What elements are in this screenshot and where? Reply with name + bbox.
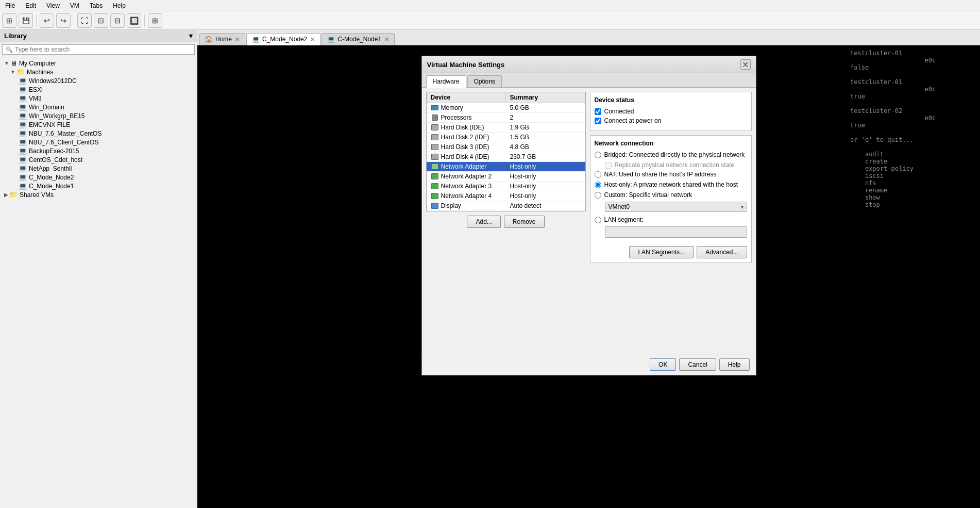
sidebar-item-vm3[interactable]: 💻 VM3 <box>0 94 197 103</box>
device-row-hdd1[interactable]: Hard Disk (IDE) 1.9 GB <box>427 123 585 133</box>
toolbar-undo-btn[interactable]: ↩ <box>40 13 54 28</box>
search-input[interactable] <box>15 46 191 53</box>
custom-label: Custom: Specific virtual network <box>604 191 692 199</box>
device-col-device: Device <box>427 92 506 103</box>
tab-cmode-node2[interactable]: 💻 C_Mode_Node2 ✕ <box>246 33 320 45</box>
menu-vm[interactable]: VM <box>67 1 82 10</box>
tab-home[interactable]: 🏠 Home ✕ <box>199 33 245 45</box>
menubar: File Edit View VM Tabs Help <box>0 0 980 11</box>
host-only-row: Host-only: A private network shared with… <box>595 181 747 188</box>
device-cell-processors-name: Processors <box>427 113 506 122</box>
menu-view[interactable]: View <box>43 1 63 10</box>
device-cell-display-val: Auto detect <box>506 201 585 210</box>
toolbar-btn-6[interactable]: ⊟ <box>110 13 125 28</box>
sidebar-item-centos-cdot[interactable]: 💻 CentOS_Cdot_host <box>0 155 197 164</box>
vm-icon: 💻 <box>19 165 27 172</box>
add-button[interactable]: Add... <box>467 216 500 228</box>
remove-button[interactable]: Remove <box>504 216 545 228</box>
tab-cmode-node1[interactable]: 💻 C-Mode_Node1 ✕ <box>322 33 395 45</box>
device-row-display[interactable]: Display Auto detect <box>427 201 585 211</box>
toolbar-btn-2[interactable]: 💾 <box>19 13 33 28</box>
toolbar-fullscreen-btn[interactable]: ⛶ <box>77 13 92 28</box>
device-cell-display-name: Display <box>427 201 506 210</box>
sidebar-item-cmode-node2[interactable]: 💻 C_Mode_Node2 <box>0 173 197 182</box>
sidebar-item-machines[interactable]: ▼ 📁 Machines <box>0 68 197 76</box>
dialog-close-button[interactable]: ✕ <box>740 59 751 70</box>
device-row-hdd3[interactable]: Hard Disk 3 (IDE) 4.8 GB <box>427 142 585 152</box>
advanced-button[interactable]: Advanced... <box>697 246 747 258</box>
vm-icon: 💻 <box>19 86 27 93</box>
toolbar-redo-btn[interactable]: ↪ <box>56 13 71 28</box>
connect-power-checkbox[interactable] <box>595 118 601 124</box>
toolbar-sep-1 <box>36 14 37 27</box>
lan-segment-row: LAN segment: <box>595 216 747 223</box>
sidebar-item-win-workgrp[interactable]: 💻 Win_Workgrp_BE15 <box>0 111 197 120</box>
menu-file[interactable]: File <box>2 1 18 10</box>
tab-cmode-node1-close[interactable]: ✕ <box>384 36 389 43</box>
menu-help[interactable]: Help <box>110 1 129 10</box>
ok-button[interactable]: OK <box>650 358 676 371</box>
sidebar-item-emcvnx[interactable]: 💻 EMCVNX FILE <box>0 120 197 129</box>
toolbar-btn-7[interactable]: 🔲 <box>127 13 141 28</box>
toolbar-btn-5[interactable]: ⊡ <box>94 13 108 28</box>
sidebar-label-backupexec: BackupExec-2015 <box>29 148 79 155</box>
tab-home-close[interactable]: ✕ <box>235 36 240 43</box>
vm-icon: 💻 <box>19 138 27 146</box>
bridged-row: Bridged: Connected directly to the physi… <box>595 151 747 158</box>
sidebar-item-nbu-client[interactable]: 💻 NBU_7.6_Client_CentOS <box>0 138 197 146</box>
connected-checkbox[interactable] <box>595 108 601 115</box>
right-panel: Device status Connected Connect at power… <box>590 92 752 350</box>
menu-tabs[interactable]: Tabs <box>87 1 106 10</box>
device-row-network-adapter-4[interactable]: Network Adapter 4 Host-only <box>427 191 585 201</box>
sidebar-item-windows2012dc[interactable]: 💻 Windows2012DC <box>0 76 197 85</box>
toolbar-home-btn[interactable]: ⊞ <box>2 13 16 28</box>
lan-segment-input[interactable] <box>605 226 747 238</box>
menu-edit[interactable]: Edit <box>22 1 39 10</box>
help-button[interactable]: Help <box>719 358 750 371</box>
sidebar-collapse-icon[interactable]: ▾ <box>189 32 193 40</box>
expand-arrow-shared[interactable]: ▶ <box>4 192 8 198</box>
custom-radio[interactable] <box>595 192 601 199</box>
replicate-checkbox[interactable] <box>605 162 612 169</box>
tab-cmode-node2-close[interactable]: ✕ <box>310 36 315 43</box>
dialog-tab-options[interactable]: Options <box>467 75 502 87</box>
toolbar-btn-8[interactable]: ⊞ <box>148 13 162 28</box>
device-cell-memory-val: 5.0 GB <box>506 103 585 112</box>
sidebar-item-nbu-master[interactable]: 💻 NBU_7.6_Master_CentOS <box>0 129 197 138</box>
sidebar-item-netapp[interactable]: 💻 NetApp_Senthil <box>0 164 197 173</box>
sidebar-label-vm3: VM3 <box>29 95 42 102</box>
dialog-tab-hardware[interactable]: Hardware <box>426 75 466 88</box>
device-cell-hdd1-val: 1.9 GB <box>506 123 585 132</box>
hdd-icon-1 <box>431 124 439 131</box>
sidebar-label-cmode-node2: C_Mode_Node2 <box>29 174 74 181</box>
sidebar-item-esxi[interactable]: 💻 ESXi <box>0 85 197 94</box>
bridged-radio[interactable] <box>595 152 601 158</box>
host-only-radio[interactable] <box>595 182 601 188</box>
sidebar-item-shared-vms[interactable]: ▶ 📁 Shared VMs <box>0 190 197 199</box>
sidebar-item-backupexec[interactable]: 💻 BackupExec-2015 <box>0 146 197 155</box>
device-row-processors[interactable]: Processors 2 <box>427 113 585 123</box>
device-row-network-adapter[interactable]: Network Adapter Host-only <box>427 162 585 172</box>
device-cell-hdd3-name: Hard Disk 3 (IDE) <box>427 142 506 152</box>
device-row-network-adapter-3[interactable]: Network Adapter 3 Host-only <box>427 182 585 191</box>
expand-arrow-machines[interactable]: ▼ <box>10 69 15 75</box>
expand-arrow-my-computer[interactable]: ▼ <box>4 60 9 66</box>
vm-icon: 💻 <box>19 147 27 155</box>
device-row-hdd2[interactable]: Hard Disk 2 (IDE) 1.5 GB <box>427 133 585 142</box>
device-row-network-adapter-2[interactable]: Network Adapter 2 Host-only <box>427 172 585 182</box>
device-list-header: Device Summary <box>427 92 585 103</box>
nat-radio[interactable] <box>595 171 601 178</box>
sidebar-item-win-domain[interactable]: 💻 Win_Domain <box>0 103 197 111</box>
sidebar-label-shared-vms: Shared VMs <box>20 191 54 199</box>
vmnet-dropdown[interactable]: VMnet0 ▾ <box>605 202 747 212</box>
lan-segments-button[interactable]: LAN Segments... <box>629 246 694 258</box>
sidebar-item-cmode-node1[interactable]: 💻 C_Mode_Node1 <box>0 182 197 190</box>
device-row-hdd4[interactable]: Hard Disk 4 (IDE) 230.7 GB <box>427 152 585 162</box>
sidebar-item-my-computer[interactable]: ▼ 🖥 My Computer <box>0 59 197 68</box>
vmnet-container: VMnet0 ▾ <box>605 202 747 212</box>
sidebar-label-nbu-master: NBU_7.6_Master_CentOS <box>29 130 102 137</box>
cancel-button[interactable]: Cancel <box>679 358 716 371</box>
device-row-memory[interactable]: Memory 5.0 GB <box>427 103 585 113</box>
vm-content: testcluster-01 e0c false testcluster-01 … <box>197 45 980 508</box>
lan-segment-radio[interactable] <box>595 217 601 223</box>
